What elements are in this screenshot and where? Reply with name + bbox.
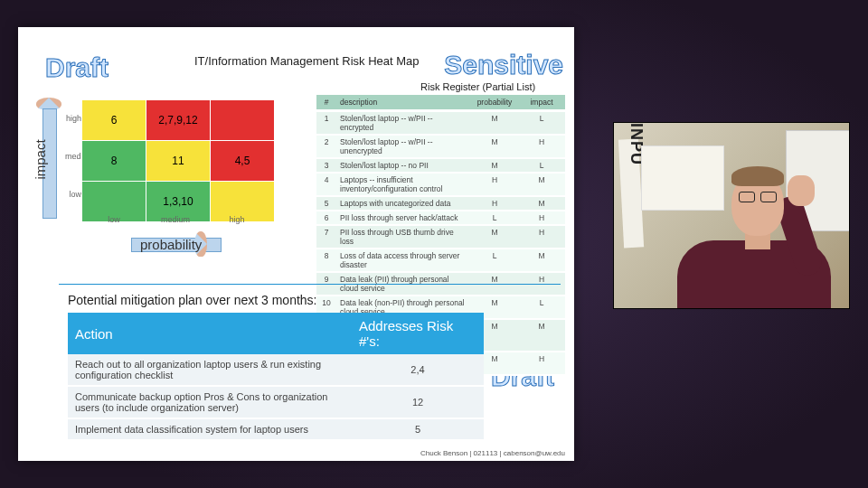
- table-row: Implement data classification system for…: [68, 418, 484, 440]
- heatmap-x-ticks: lowmediumhigh: [83, 215, 268, 224]
- impact-axis-arrow: impact: [38, 98, 60, 217]
- probability-axis-arrow: probability: [131, 233, 231, 255]
- table-row: Reach out to all organization laptop use…: [68, 354, 484, 386]
- table-row: 1Stolen/lost laptop -- w/PII -- encrypte…: [316, 111, 565, 136]
- heatmap-y-ticks: highmediumlow: [65, 99, 81, 213]
- heatmap-cell: [211, 100, 275, 141]
- table-row: 2Stolen/lost laptop -- w/PII -- unencryp…: [316, 135, 565, 158]
- table-row: Communicate backup option Pros & Cons to…: [68, 386, 484, 418]
- heatmap-cell: 2,7,9,12: [146, 100, 211, 141]
- slide-title: IT/Information Management Risk Heat Map: [194, 54, 420, 68]
- table-row: 8Loss of data access through server disa…: [316, 249, 565, 272]
- heatmap-cell: 11: [146, 141, 211, 182]
- presentation-slide: Draft Sensitive Draft IT/Information Man…: [18, 27, 574, 461]
- table-row: 5Laptops with uncategorized dataHM: [316, 196, 565, 211]
- table-row: 3Stolen/lost laptop -- no PIIML: [316, 158, 565, 173]
- heatmap-cell: 8: [82, 141, 146, 182]
- watermark-sensitive: Sensitive: [444, 50, 563, 80]
- heatmap-cell: 6: [82, 100, 146, 141]
- mitigation-heading: Potential mitigation plan over next 3 mo…: [68, 293, 317, 307]
- watermark-draft-top: Draft: [45, 52, 108, 83]
- table-row: 4Laptops -- insufficient inventory/confi…: [316, 173, 565, 196]
- impact-axis-label: impact: [33, 139, 48, 179]
- risk-heatmap: 6 2,7,9,12 8 11 4,5 1,3,10: [81, 99, 275, 222]
- table-row: 7PII loss through USB thumb drive lossMH: [316, 225, 565, 249]
- heatmap-cell: 4,5: [211, 141, 275, 182]
- probability-axis-label: probability: [140, 237, 202, 252]
- table-row: 6PII loss through server hack/attackLH: [316, 211, 565, 225]
- presenter-figure: [668, 159, 831, 309]
- mitigation-table: Action Addresses Risk #'s: Reach out to …: [68, 313, 484, 441]
- presenter-video-thumbnail: INPU S: [613, 122, 850, 309]
- risk-register-title: Risk Register (Partial List): [420, 81, 535, 92]
- slide-footer: Chuck Benson | 021113 | cabenson@uw.edu: [420, 449, 565, 457]
- divider: [59, 284, 561, 285]
